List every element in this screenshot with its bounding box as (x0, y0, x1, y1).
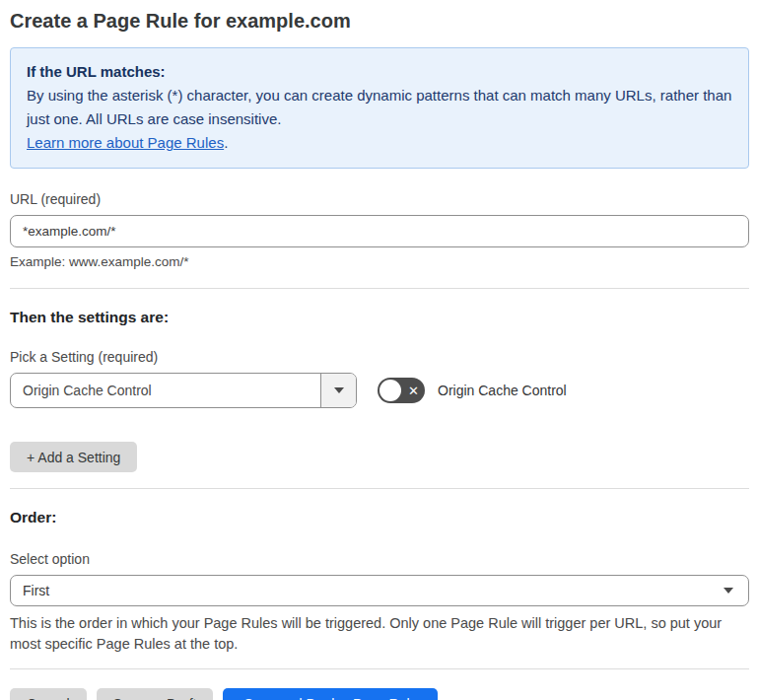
toggle-label: Origin Cache Control (438, 383, 567, 398)
order-select[interactable]: First (10, 575, 749, 606)
save-as-draft-button[interactable]: Save as Draft (97, 688, 214, 700)
link-period: . (224, 134, 228, 151)
info-box-link-line: Learn more about Page Rules. (27, 131, 732, 155)
info-box-body: By using the asterisk (*) character, you… (27, 84, 732, 131)
add-setting-button[interactable]: + Add a Setting (10, 442, 137, 472)
setting-dropdown-arrow-button[interactable] (320, 374, 356, 407)
divider (10, 288, 749, 289)
chevron-down-icon (724, 588, 733, 594)
setting-dropdown-value: Origin Cache Control (11, 374, 320, 407)
info-box-heading: If the URL matches: (27, 60, 732, 84)
page-title: Create a Page Rule for example.com (10, 10, 749, 33)
learn-more-link[interactable]: Learn more about Page Rules (27, 134, 224, 151)
save-and-deploy-button[interactable]: Save and Deploy Page Rule (223, 688, 438, 700)
url-input[interactable] (10, 215, 749, 247)
divider (10, 488, 749, 489)
order-help-text: This is the order in which your Page Rul… (10, 613, 749, 655)
url-field-label: URL (required) (10, 191, 749, 207)
url-match-info-box: If the URL matches: By using the asteris… (10, 47, 749, 169)
toggle-off-x-icon: ✕ (408, 378, 419, 403)
chevron-down-icon (334, 387, 344, 393)
settings-section-heading: Then the settings are: (10, 309, 749, 326)
cancel-button[interactable]: Cancel (10, 688, 87, 700)
form-actions: Cancel Save as Draft Save and Deploy Pag… (10, 688, 749, 700)
origin-cache-control-toggle[interactable]: ✕ (378, 378, 425, 403)
setting-row: Origin Cache Control ✕ Origin Cache Cont… (10, 373, 749, 408)
url-example-hint: Example: www.example.com/* (10, 254, 749, 269)
create-page-rule-form: Create a Page Rule for example.com If th… (0, 0, 759, 700)
setting-picker-label: Pick a Setting (required) (10, 349, 749, 365)
divider (10, 668, 749, 669)
order-select-label: Select option (10, 551, 749, 567)
toggle-knob (380, 380, 401, 401)
order-section-heading: Order: (10, 509, 749, 526)
order-select-value: First (23, 583, 724, 598)
setting-dropdown[interactable]: Origin Cache Control (10, 373, 357, 408)
